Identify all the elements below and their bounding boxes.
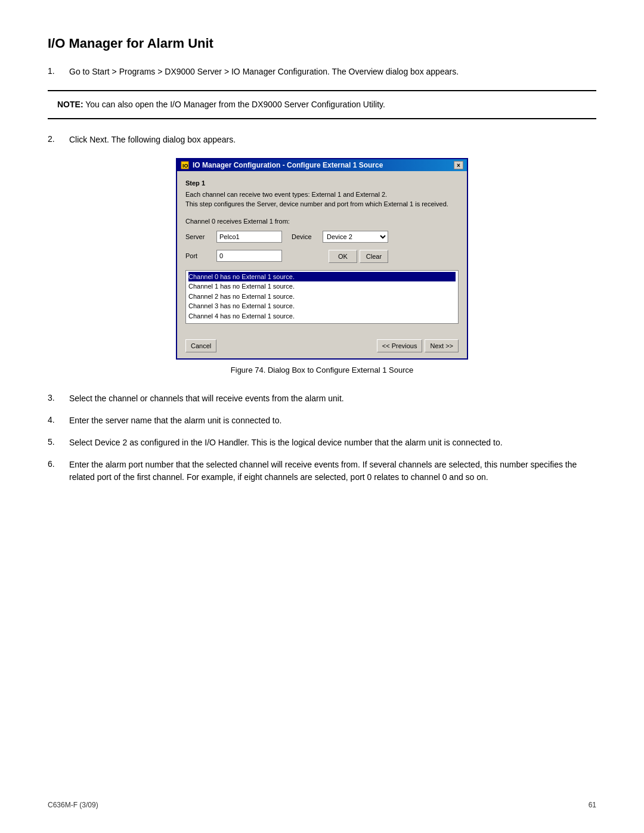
step-1: 1. Go to Start > Programs > DX9000 Serve… <box>48 66 596 78</box>
channel-list-box[interactable]: Channel 0 has no External 1 source.Chann… <box>185 270 459 324</box>
note-box: NOTE: You can also open the I/O Manager … <box>48 90 596 119</box>
cancel-button[interactable]: Cancel <box>185 339 216 352</box>
note-text: You can also open the I/O Manager from t… <box>83 100 385 109</box>
footer-left: C636M-F (3/09) <box>48 801 98 809</box>
dialog-wrapper: IO IO Manager Configuration - Configure … <box>48 158 596 374</box>
step-6: 6. Enter the alarm port number that the … <box>48 459 596 484</box>
ok-clear-group: OK Clear <box>292 250 388 263</box>
clear-button[interactable]: Clear <box>360 250 388 263</box>
footer-nav: << Previous Next >> <box>377 339 459 352</box>
step-number-3: 3. <box>48 392 69 405</box>
step-number-1: 1. <box>48 66 69 78</box>
dialog-titlebar: IO IO Manager Configuration - Configure … <box>177 159 467 171</box>
dialog-body: Step 1 Each channel can receive two even… <box>177 171 467 336</box>
step-number-5: 5. <box>48 436 69 449</box>
device-row: Device Device 2 <box>292 231 388 243</box>
dialog-footer: Cancel << Previous Next >> <box>177 336 467 358</box>
server-label: Server <box>185 233 213 240</box>
step-desc-line1: Each channel can receive two event types… <box>185 190 459 200</box>
page-footer: C636M-F (3/09) 61 <box>48 801 596 809</box>
step-number-4: 4. <box>48 414 69 427</box>
footer-right: 61 <box>589 801 596 809</box>
dialog-close-button[interactable]: × <box>454 161 463 169</box>
list-item[interactable]: Channel 2 has no External 1 source. <box>188 292 456 302</box>
list-item[interactable]: Channel 5 has no External 1 source. <box>188 321 456 324</box>
device-select[interactable]: Device 2 <box>323 231 388 243</box>
dialog-title-group: IO IO Manager Configuration - Configure … <box>181 161 383 169</box>
step-5: 5. Select Device 2 as configured in the … <box>48 436 596 449</box>
figure-caption-text: Figure 74. Dialog Box to Configure Exter… <box>231 366 413 374</box>
step-info: Step 1 Each channel can receive two even… <box>185 178 459 209</box>
channel-receives-label: Channel 0 receives External 1 from: <box>185 218 459 225</box>
page-title: I/O Manager for Alarm Unit <box>48 36 596 51</box>
dialog-title-text: IO Manager Configuration - Configure Ext… <box>193 161 383 169</box>
step-desc-line2: This step configures the Server, device … <box>185 199 459 209</box>
device-label: Device <box>292 233 319 240</box>
port-label: Port <box>185 252 213 259</box>
step-text-5: Select Device 2 as configured in the I/O… <box>69 436 503 449</box>
step-text-1: Go to Start > Programs > DX9000 Server >… <box>69 66 459 78</box>
step-text-6: Enter the alarm port number that the sel… <box>69 459 596 484</box>
list-item[interactable]: Channel 1 has no External 1 source. <box>188 281 456 292</box>
previous-button[interactable]: << Previous <box>377 339 423 352</box>
step-info-label: Step 1 <box>185 178 459 188</box>
dialog-app-icon: IO <box>181 161 189 169</box>
note-label: NOTE: <box>57 100 83 109</box>
step-text-2: Click Next. The following dialog box app… <box>69 134 236 146</box>
step-2: 2. Click Next. The following dialog box … <box>48 134 596 146</box>
step-number-6: 6. <box>48 459 69 484</box>
ok-button[interactable]: OK <box>329 250 357 263</box>
server-row: Server <box>185 231 282 243</box>
left-fields: Server Port <box>185 231 282 265</box>
list-item[interactable]: Channel 4 has no External 1 source. <box>188 311 456 321</box>
svg-text:IO: IO <box>182 163 188 169</box>
dialog-window: IO IO Manager Configuration - Configure … <box>176 158 468 360</box>
list-item[interactable]: Channel 3 has no External 1 source. <box>188 301 456 311</box>
step-3: 3. Select the channel or channels that w… <box>48 392 596 405</box>
step-text-4: Enter the server name that the alarm uni… <box>69 414 281 427</box>
port-row: Port <box>185 250 282 262</box>
next-button[interactable]: Next >> <box>425 339 459 352</box>
step-text-3: Select the channel or channels that will… <box>69 392 344 405</box>
figure-caption: Figure 74. Dialog Box to Configure Exter… <box>231 366 413 374</box>
port-input[interactable] <box>216 250 282 262</box>
step-4: 4. Enter the server name that the alarm … <box>48 414 596 427</box>
step-number-2: 2. <box>48 134 69 146</box>
server-input[interactable] <box>216 231 282 243</box>
list-item[interactable]: Channel 0 has no External 1 source. <box>188 272 456 282</box>
